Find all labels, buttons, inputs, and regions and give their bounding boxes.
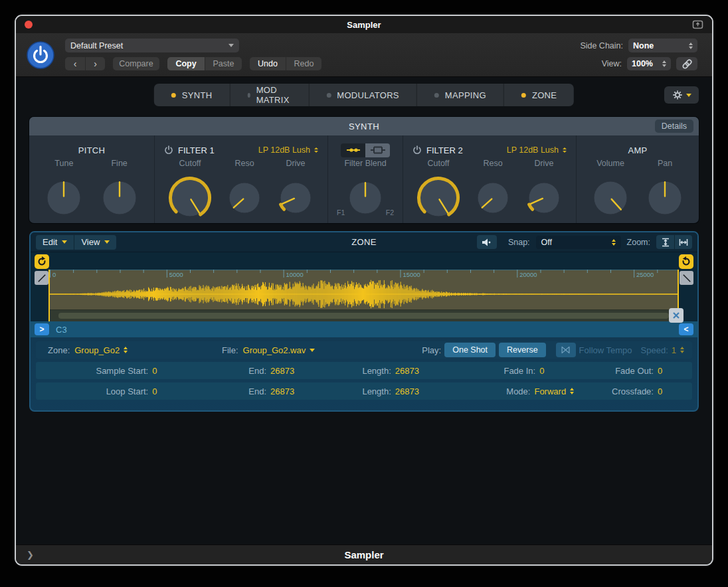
undo-button[interactable]: Undo <box>250 57 286 70</box>
speed-stepper[interactable]: 1 <box>672 345 684 355</box>
loop-field-3[interactable]: Mode:Forward <box>430 386 574 396</box>
synth-panel-header: SYNTH Details <box>29 117 699 135</box>
tab-modulators[interactable]: MODULATORS <box>308 84 416 106</box>
zone-header-right: Snap: Off Zoom: <box>477 235 692 249</box>
filter2-section: FILTER 2 LP 12dB Lush Cutoff Reso <box>403 135 576 223</box>
fade-in-handle[interactable] <box>35 271 48 285</box>
zoom-vertical-button[interactable] <box>656 235 674 249</box>
fade-out-handle[interactable] <box>680 271 693 285</box>
details-button[interactable]: Details <box>655 120 693 133</box>
loop-row: Loop Start:0End:26873Length:26873Mode:Fo… <box>36 382 692 400</box>
tab-synth[interactable]: SYNTH <box>154 84 230 106</box>
filter1-cutoff-knob[interactable] <box>167 172 213 223</box>
preset-select[interactable]: Default Preset <box>65 39 239 52</box>
filter2-cutoff-knob[interactable] <box>416 172 461 223</box>
clear-selection-button[interactable] <box>669 308 683 323</box>
compare-button[interactable]: Compare <box>113 57 159 70</box>
parallel-routing-icon <box>369 145 387 155</box>
edit-menu[interactable]: Edit <box>36 235 74 250</box>
loop-field-0[interactable]: Loop Start:0 <box>36 386 187 396</box>
tab-zone[interactable]: ZONE <box>503 84 574 106</box>
footer-expand-chevron[interactable]: ❯ <box>27 550 34 560</box>
preset-nav: ‹ › <box>65 57 105 70</box>
filter1-power-icon[interactable] <box>164 145 173 155</box>
view-zoom-stepper[interactable]: 100% <box>627 57 671 70</box>
next-preset-button[interactable]: › <box>85 57 105 70</box>
loop-start-handle[interactable] <box>35 254 49 269</box>
tab-mapping[interactable]: MAPPING <box>416 84 503 106</box>
fine-knob[interactable] <box>99 172 140 223</box>
view-menu[interactable]: View <box>74 235 116 250</box>
loop-end-handle[interactable] <box>679 254 693 269</box>
copy-button[interactable]: Copy <box>167 57 205 70</box>
power-button[interactable] <box>27 41 54 69</box>
volume-knob-label: Volume <box>596 159 624 172</box>
filter1-section: FILTER 1 LP 12dB Lush Cutoff Reso <box>154 135 327 223</box>
tune-knob[interactable] <box>43 172 84 223</box>
redo-button[interactable]: Redo <box>286 57 321 70</box>
sample-field-0[interactable]: Sample Start:0 <box>36 366 187 376</box>
loop-field-4[interactable]: Crossfade:0 <box>574 386 692 396</box>
filter2-type-select[interactable]: LP 12dB Lush <box>507 145 567 155</box>
prev-preset-button[interactable]: ‹ <box>65 57 85 70</box>
follow-tempo-label[interactable]: Follow Tempo <box>579 345 632 355</box>
filter2-cutoff-label: Cutoff <box>427 159 449 172</box>
reverse-button[interactable]: Reverse <box>499 343 546 357</box>
loop-field-2[interactable]: Length:26873 <box>305 386 430 396</box>
sample-field-4[interactable]: Fade Out:0 <box>574 366 692 376</box>
stepper-icon <box>662 60 666 67</box>
sample-row: Sample Start:0End:26873Length:26873Fade … <box>36 362 692 379</box>
view-zoom-value: 100% <box>632 59 653 68</box>
side-chain-select[interactable]: None <box>628 39 697 52</box>
file-select[interactable]: File: Group_Go2.wav <box>222 345 421 355</box>
param-label: Fade Out: <box>574 366 654 376</box>
waveform-canvas[interactable]: 0500010000150002000025000 <box>50 270 678 309</box>
overview-scroll-bar[interactable] <box>58 313 669 319</box>
filter1-reso-knob[interactable] <box>225 172 264 223</box>
collapse-zone-button[interactable]: < <box>679 323 693 335</box>
expand-zone-button[interactable]: > <box>35 323 49 335</box>
sample-selection[interactable]: 0500010000150002000025000 <box>48 270 679 321</box>
stepper-icon <box>680 347 684 353</box>
snap-select[interactable]: Off <box>536 236 621 249</box>
filter-blend-knob[interactable] <box>345 172 385 223</box>
sample-field-3[interactable]: Fade In:0 <box>430 366 574 376</box>
sample-field-1[interactable]: End:26873 <box>187 366 305 376</box>
action-menu-button[interactable] <box>664 86 699 104</box>
param-value[interactable]: 0 <box>658 386 692 396</box>
filter2-reso-knob[interactable] <box>474 172 512 223</box>
param-value[interactable]: 0 <box>152 366 187 376</box>
param-value[interactable]: 0 <box>152 386 187 396</box>
filter-serial-toggle[interactable] <box>341 143 365 157</box>
volume-knob[interactable] <box>590 172 631 223</box>
param-value[interactable]: 0 <box>658 366 692 376</box>
waveform-overview-strip[interactable] <box>50 309 678 321</box>
tab-mod-matrix[interactable]: MOD MATRIX <box>229 84 308 106</box>
paste-button[interactable]: Paste <box>205 57 242 70</box>
param-value[interactable]: 26873 <box>270 366 305 376</box>
param-value[interactable]: 0 <box>539 366 574 376</box>
zoom-label: Zoom: <box>627 238 650 247</box>
param-value[interactable]: 26873 <box>395 386 430 396</box>
param-label: Loop Start: <box>36 386 148 396</box>
one-shot-button[interactable]: One Shot <box>444 343 496 357</box>
audition-button[interactable] <box>477 235 497 249</box>
filter1-type-select[interactable]: LP 12dB Lush <box>258 145 318 155</box>
zoom-horizontal-button[interactable] <box>674 235 692 249</box>
param-value[interactable]: Forward <box>534 386 574 396</box>
sample-field-2[interactable]: Length:26873 <box>305 366 430 376</box>
fine-knob-label: Fine <box>111 159 127 172</box>
close-button[interactable] <box>25 21 33 29</box>
link-button[interactable] <box>676 57 697 70</box>
param-value[interactable]: 26873 <box>395 366 430 376</box>
flex-button[interactable] <box>556 343 576 357</box>
filter2-drive-knob[interactable] <box>525 172 563 223</box>
filter-parallel-toggle[interactable] <box>365 143 390 157</box>
zone-select[interactable]: Zone: Group_Go2 <box>48 345 222 355</box>
filter1-drive-knob[interactable] <box>276 172 315 223</box>
pan-knob[interactable] <box>644 172 685 223</box>
loop-field-1[interactable]: End:26873 <box>187 386 305 396</box>
filter2-power-icon[interactable] <box>412 145 422 155</box>
window-mode-icon[interactable] <box>692 19 704 30</box>
param-value[interactable]: 26873 <box>270 386 305 396</box>
